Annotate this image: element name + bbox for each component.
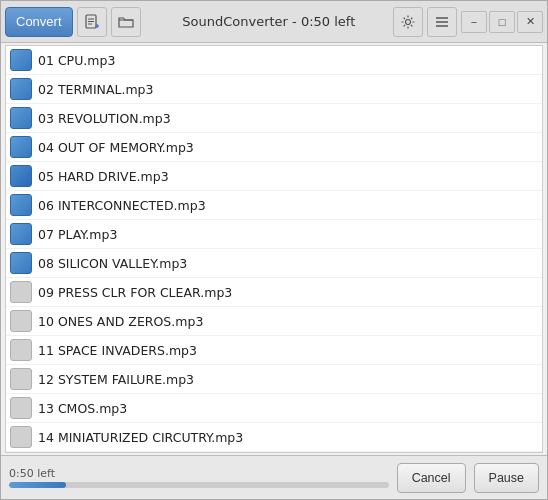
- time-left-label: 0:50 left: [9, 467, 389, 480]
- file-status-icon: [10, 339, 32, 361]
- close-button[interactable]: ✕: [517, 11, 543, 33]
- list-item[interactable]: 01 CPU.mp3: [6, 46, 542, 75]
- file-name-label: 02 TERMINAL.mp3: [38, 82, 153, 97]
- file-status-icon: [10, 165, 32, 187]
- file-name-label: 08 SILICON VALLEY.mp3: [38, 256, 187, 271]
- maximize-button[interactable]: □: [489, 11, 515, 33]
- window-controls: − □ ✕: [461, 11, 543, 33]
- add-file-button[interactable]: [77, 7, 107, 37]
- window-title: SoundConverter - 0:50 left: [145, 14, 393, 29]
- list-item[interactable]: 08 SILICON VALLEY.mp3: [6, 249, 542, 278]
- list-item[interactable]: 10 ONES AND ZEROS.mp3: [6, 307, 542, 336]
- file-status-icon: [10, 136, 32, 158]
- file-name-label: 10 ONES AND ZEROS.mp3: [38, 314, 203, 329]
- cancel-button[interactable]: Cancel: [397, 463, 466, 493]
- list-item[interactable]: 12 SYSTEM FAILURE.mp3: [6, 365, 542, 394]
- list-item[interactable]: 02 TERMINAL.mp3: [6, 75, 542, 104]
- file-status-icon: [10, 107, 32, 129]
- main-window: Convert SoundConverter - 0:50 left: [0, 0, 548, 500]
- convert-button[interactable]: Convert: [5, 7, 73, 37]
- file-name-label: 06 INTERCONNECTED.mp3: [38, 198, 206, 213]
- minimize-button[interactable]: −: [461, 11, 487, 33]
- file-name-label: 14 MINIATURIZED CIRCUTRY.mp3: [38, 430, 243, 445]
- list-item[interactable]: 06 INTERCONNECTED.mp3: [6, 191, 542, 220]
- file-status-icon: [10, 194, 32, 216]
- file-name-label: 09 PRESS CLR FOR CLEAR.mp3: [38, 285, 232, 300]
- file-name-label: 01 CPU.mp3: [38, 53, 115, 68]
- file-name-label: 13 CMOS.mp3: [38, 401, 127, 416]
- file-status-icon: [10, 310, 32, 332]
- file-status-icon: [10, 223, 32, 245]
- list-item[interactable]: 07 PLAY.mp3: [6, 220, 542, 249]
- menu-button[interactable]: [427, 7, 457, 37]
- preferences-button[interactable]: [393, 7, 423, 37]
- file-name-label: 11 SPACE INVADERS.mp3: [38, 343, 197, 358]
- list-item[interactable]: 14 MINIATURIZED CIRCUTRY.mp3: [6, 423, 542, 452]
- svg-point-6: [406, 19, 411, 24]
- file-status-icon: [10, 252, 32, 274]
- progress-bar-fill: [9, 482, 66, 488]
- list-item[interactable]: 13 CMOS.mp3: [6, 394, 542, 423]
- folder-icon: [118, 14, 134, 30]
- list-item[interactable]: 03 REVOLUTION.mp3: [6, 104, 542, 133]
- add-file-icon: [84, 14, 100, 30]
- file-list: 01 CPU.mp302 TERMINAL.mp303 REVOLUTION.m…: [5, 45, 543, 453]
- titlebar: Convert SoundConverter - 0:50 left: [1, 1, 547, 43]
- list-item[interactable]: 05 HARD DRIVE.mp3: [6, 162, 542, 191]
- file-name-label: 12 SYSTEM FAILURE.mp3: [38, 372, 194, 387]
- progress-section: 0:50 left: [9, 467, 389, 488]
- list-item[interactable]: 11 SPACE INVADERS.mp3: [6, 336, 542, 365]
- file-name-label: 05 HARD DRIVE.mp3: [38, 169, 169, 184]
- file-status-icon: [10, 368, 32, 390]
- settings-icon: [400, 14, 416, 30]
- list-item[interactable]: 04 OUT OF MEMORY.mp3: [6, 133, 542, 162]
- file-name-label: 03 REVOLUTION.mp3: [38, 111, 171, 126]
- pause-button[interactable]: Pause: [474, 463, 539, 493]
- file-status-icon: [10, 49, 32, 71]
- open-folder-button[interactable]: [111, 7, 141, 37]
- list-item[interactable]: 09 PRESS CLR FOR CLEAR.mp3: [6, 278, 542, 307]
- file-status-icon: [10, 426, 32, 448]
- file-status-icon: [10, 78, 32, 100]
- file-name-label: 07 PLAY.mp3: [38, 227, 117, 242]
- menu-icon: [434, 14, 450, 30]
- statusbar: 0:50 left Cancel Pause: [1, 455, 547, 499]
- file-status-icon: [10, 397, 32, 419]
- file-status-icon: [10, 281, 32, 303]
- progress-bar-bg: [9, 482, 389, 488]
- file-name-label: 04 OUT OF MEMORY.mp3: [38, 140, 194, 155]
